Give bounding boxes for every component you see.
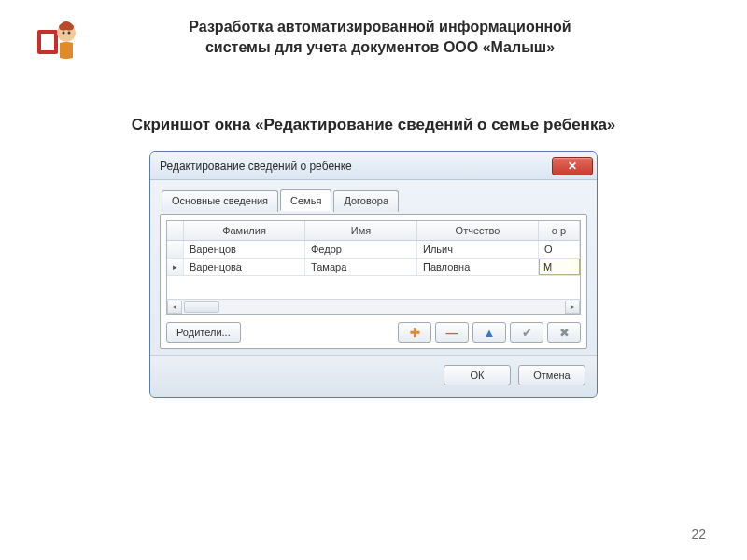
- check-icon: ✔: [522, 326, 532, 340]
- add-record-button[interactable]: ✚: [398, 322, 431, 343]
- cell-patronymic[interactable]: Павловна: [417, 259, 539, 275]
- cell-name[interactable]: Федор: [305, 241, 417, 258]
- svg-point-3: [63, 32, 65, 35]
- grid-header: Фамилия Имя Отчество о р: [167, 221, 580, 241]
- edit-icon: ▲: [484, 326, 496, 340]
- tab-contracts[interactable]: Договора: [333, 190, 399, 212]
- close-button[interactable]: ✕: [552, 157, 593, 175]
- scroll-thumb[interactable]: [184, 301, 219, 313]
- cell-patronymic[interactable]: Ильич: [417, 241, 539, 258]
- x-icon: ✖: [559, 326, 570, 340]
- close-icon: ✕: [568, 160, 577, 173]
- minus-icon: —: [446, 326, 458, 340]
- plus-icon: ✚: [410, 326, 420, 340]
- tab-basic-info[interactable]: Основные сведения: [162, 190, 278, 212]
- grid-header-patronymic[interactable]: Отчество: [417, 221, 539, 240]
- slide-subtitle: Скриншот окна «Редактирование сведений о…: [0, 116, 747, 134]
- cancel-button[interactable]: Отмена: [518, 365, 585, 385]
- slide-mascot-icon: [35, 17, 80, 62]
- edit-record-button[interactable]: ▲: [472, 322, 506, 343]
- family-grid[interactable]: Фамилия Имя Отчество о р Варенцов Федор …: [166, 220, 581, 315]
- record-navigator: ✚ — ▲ ✔ ✖: [398, 322, 581, 343]
- cell-extra[interactable]: О: [539, 241, 580, 258]
- cell-surname[interactable]: Варенцов: [184, 241, 305, 258]
- slide-title: Разработка автоматизированной информацио…: [95, 17, 710, 57]
- svg-rect-1: [41, 34, 54, 50]
- tab-panel-family: Фамилия Имя Отчество о р Варенцов Федор …: [160, 214, 587, 349]
- grid-header-indicator: [167, 221, 184, 240]
- page-number: 22: [691, 526, 706, 541]
- table-row[interactable]: Варенцова Тамара Павловна М: [167, 259, 580, 276]
- grid-header-name[interactable]: Имя: [305, 221, 417, 240]
- dialog-window: Редактирование сведений о ребенке ✕ Осно…: [149, 151, 598, 398]
- grid-header-surname[interactable]: Фамилия: [184, 221, 305, 240]
- ok-button[interactable]: ОК: [444, 365, 511, 385]
- tab-bar: Основные сведения Семья Договора: [160, 189, 587, 211]
- grid-header-extra[interactable]: о р: [539, 221, 580, 240]
- cancel-record-button[interactable]: ✖: [547, 322, 581, 343]
- parents-button[interactable]: Родители...: [166, 322, 241, 343]
- scroll-left-icon[interactable]: ◂: [167, 301, 182, 314]
- svg-point-4: [68, 32, 71, 35]
- grid-horizontal-scrollbar[interactable]: ◂ ▸: [167, 299, 580, 314]
- cell-name[interactable]: Тамара: [305, 259, 417, 275]
- table-row[interactable]: Варенцов Федор Ильич О: [167, 241, 580, 259]
- cell-surname[interactable]: Варенцова: [184, 259, 305, 275]
- cell-extra[interactable]: М: [539, 259, 580, 275]
- dialog-title: Редактирование сведений о ребенке: [160, 160, 352, 173]
- row-indicator: [167, 241, 184, 258]
- row-indicator: [167, 259, 184, 275]
- scroll-right-icon[interactable]: ▸: [565, 301, 580, 314]
- delete-record-button[interactable]: —: [435, 322, 469, 343]
- post-record-button[interactable]: ✔: [510, 322, 543, 343]
- tab-family[interactable]: Семья: [280, 189, 331, 211]
- dialog-titlebar[interactable]: Редактирование сведений о ребенке ✕: [150, 152, 597, 180]
